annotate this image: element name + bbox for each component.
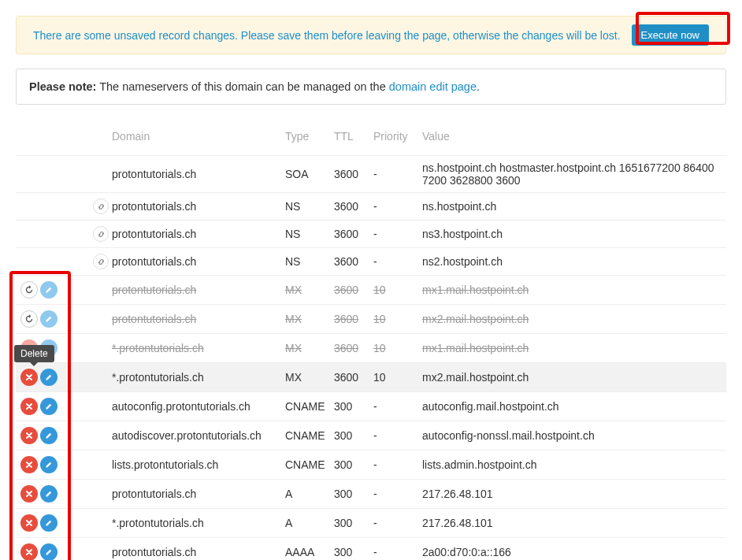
cell-priority: - bbox=[369, 538, 417, 561]
cell-priority: - bbox=[369, 480, 417, 509]
header-priority: Priority bbox=[369, 124, 417, 156]
dns-records-table-wrap: Domain Type TTL Priority Value protontut… bbox=[16, 124, 726, 560]
cell-value: ns2.hostpoint.ch bbox=[417, 248, 726, 276]
table-row: protontutorials.chSOA3600-ns.hostpoint.c… bbox=[16, 156, 726, 193]
cell-domain: protontutorials.ch bbox=[107, 538, 280, 561]
cell-ttl: 300 bbox=[329, 480, 369, 509]
delete-icon[interactable] bbox=[20, 369, 38, 386]
cell-ttl: 300 bbox=[329, 421, 369, 451]
cell-ttl: 300 bbox=[329, 451, 369, 480]
cell-value: 2a00:d70:0:a::166 bbox=[417, 538, 726, 561]
cell-ttl: 3600 bbox=[329, 156, 369, 193]
cell-domain: protontutorials.ch bbox=[107, 276, 280, 305]
cell-value: lists.admin.hostpoint.ch bbox=[417, 451, 726, 480]
cell-priority: - bbox=[369, 193, 417, 221]
link-icon bbox=[93, 254, 109, 269]
header-domain: Domain bbox=[107, 124, 280, 156]
cell-ttl: 300 bbox=[329, 509, 369, 538]
table-row: *.protontutorials.chA300-217.26.48.101 bbox=[16, 509, 726, 538]
cell-type: CNAME bbox=[280, 421, 329, 451]
cell-domain: *.protontutorials.ch bbox=[107, 363, 280, 392]
note-label: Please note: bbox=[29, 80, 96, 93]
delete-tooltip: Delete bbox=[14, 345, 54, 362]
cell-ttl: 3600 bbox=[329, 276, 369, 305]
cell-value: 217.26.48.101 bbox=[417, 480, 726, 509]
cell-value: ns3.hostpoint.ch bbox=[417, 221, 726, 248]
cell-ttl: 3600 bbox=[329, 193, 369, 221]
revert-icon[interactable] bbox=[20, 281, 38, 299]
cell-domain: autodiscover.protontutorials.ch bbox=[107, 421, 280, 451]
cell-ttl: 3600 bbox=[329, 248, 369, 276]
cell-ttl: 300 bbox=[329, 538, 369, 561]
header-type: Type bbox=[280, 124, 329, 156]
table-row: protontutorials.chAAAA300-2a00:d70:0:a::… bbox=[16, 538, 726, 561]
cell-ttl: 3600 bbox=[329, 363, 369, 392]
cell-priority: 10 bbox=[369, 276, 417, 305]
cell-value: mx1.mail.hostpoint.ch bbox=[417, 276, 726, 305]
cell-domain: protontutorials.ch bbox=[107, 248, 280, 276]
dns-records-table: Domain Type TTL Priority Value protontut… bbox=[16, 124, 726, 560]
cell-value: mx2.mail.hostpoint.ch bbox=[417, 305, 726, 334]
delete-icon[interactable] bbox=[20, 398, 38, 415]
table-row: protontutorials.chMX360010mx2.mail.hostp… bbox=[16, 305, 726, 334]
cell-type: MX bbox=[280, 276, 329, 305]
table-row: *.protontutorials.chMX360010mx1.mail.hos… bbox=[16, 334, 726, 363]
cell-value: autoconfig.mail.hostpoint.ch bbox=[417, 392, 726, 421]
cell-domain: protontutorials.ch bbox=[107, 480, 280, 509]
cell-ttl: 3600 bbox=[329, 334, 369, 363]
edit-icon[interactable] bbox=[40, 485, 58, 503]
alert-message: There are some unsaved record changes. P… bbox=[33, 29, 621, 42]
edit-icon[interactable] bbox=[40, 427, 58, 444]
cell-domain: lists.protontutorials.ch bbox=[107, 451, 280, 480]
delete-icon[interactable] bbox=[20, 456, 38, 473]
cell-type: SOA bbox=[280, 156, 329, 193]
cell-domain: *.protontutorials.ch bbox=[107, 334, 280, 363]
table-row: *.protontutorials.chMX360010mx2.mail.hos… bbox=[16, 363, 726, 392]
cell-priority: 10 bbox=[369, 363, 417, 392]
unsaved-changes-alert: There are some unsaved record changes. P… bbox=[16, 16, 726, 54]
table-row: lists.protontutorials.chCNAME300-lists.a… bbox=[16, 451, 726, 480]
edit-icon[interactable] bbox=[40, 456, 58, 473]
table-row: protontutorials.chNS3600-ns2.hostpoint.c… bbox=[16, 248, 726, 276]
table-row: protontutorials.chA300-217.26.48.101 bbox=[16, 480, 726, 509]
note-text: The nameservers of this domain can be ma… bbox=[96, 80, 388, 93]
cell-priority: - bbox=[369, 248, 417, 276]
cell-domain: protontutorials.ch bbox=[107, 156, 280, 193]
cell-value: mx1.mail.hostpoint.ch bbox=[417, 334, 726, 363]
revert-icon[interactable] bbox=[20, 310, 38, 328]
edit-icon[interactable] bbox=[40, 514, 58, 532]
cell-type: CNAME bbox=[280, 451, 329, 480]
link-icon bbox=[93, 226, 109, 242]
execute-now-button[interactable]: Execute now bbox=[632, 24, 709, 46]
cell-type: NS bbox=[280, 248, 329, 276]
delete-icon[interactable] bbox=[20, 514, 38, 532]
cell-ttl: 3600 bbox=[329, 221, 369, 248]
cell-priority: - bbox=[369, 451, 417, 480]
delete-icon[interactable] bbox=[20, 485, 38, 503]
edit-icon[interactable] bbox=[40, 369, 58, 386]
link-icon bbox=[93, 198, 109, 214]
table-row: autoconfig.protontutorials.chCNAME300-au… bbox=[16, 392, 726, 421]
cell-value: mx2.mail.hostpoint.ch bbox=[417, 363, 726, 392]
cell-priority: 10 bbox=[369, 305, 417, 334]
delete-icon[interactable] bbox=[20, 427, 38, 444]
cell-priority: - bbox=[369, 392, 417, 421]
cell-value: ns.hostpoint.ch bbox=[417, 193, 726, 221]
edit-icon[interactable] bbox=[40, 281, 58, 299]
nameserver-note: Please note: The nameservers of this dom… bbox=[16, 69, 726, 105]
cell-domain: protontutorials.ch bbox=[107, 305, 280, 334]
edit-icon[interactable] bbox=[40, 310, 58, 328]
delete-icon[interactable] bbox=[20, 543, 38, 560]
edit-icon[interactable] bbox=[40, 398, 58, 415]
cell-value: autoconfig-nonssl.mail.hostpoint.ch bbox=[417, 421, 726, 451]
edit-icon[interactable] bbox=[40, 543, 58, 560]
cell-type: NS bbox=[280, 193, 329, 221]
domain-edit-link[interactable]: domain edit page bbox=[389, 80, 477, 93]
table-row: protontutorials.chMX360010mx1.mail.hostp… bbox=[16, 276, 726, 305]
cell-ttl: 3600 bbox=[329, 305, 369, 334]
cell-priority: - bbox=[369, 421, 417, 451]
cell-type: MX bbox=[280, 305, 329, 334]
cell-domain: protontutorials.ch bbox=[107, 221, 280, 248]
cell-priority: - bbox=[369, 156, 417, 193]
header-value: Value bbox=[417, 124, 726, 156]
